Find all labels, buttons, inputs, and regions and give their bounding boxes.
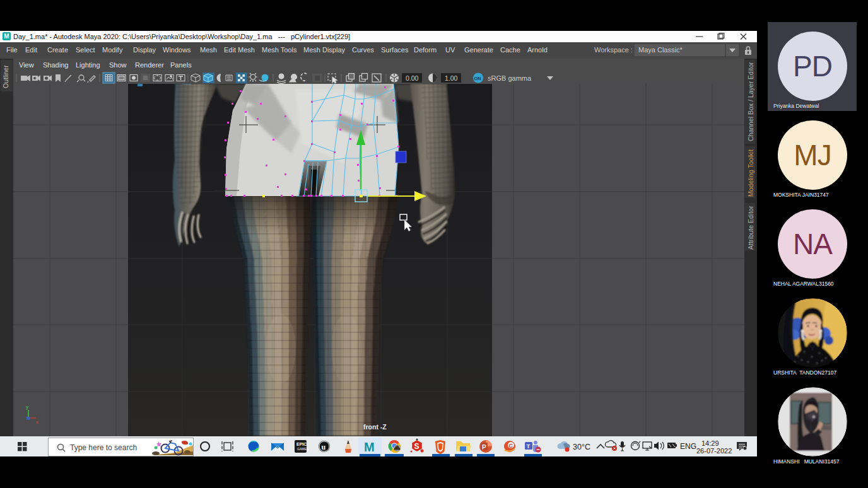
svg-text:u: u bbox=[322, 443, 326, 451]
svg-text:T: T bbox=[527, 443, 531, 450]
svg-text:ON: ON bbox=[474, 76, 481, 81]
svg-text:ENG: ENG bbox=[680, 442, 696, 451]
svg-text:30°C: 30°C bbox=[573, 443, 590, 451]
svg-text:26-07-2022: 26-07-2022 bbox=[696, 447, 732, 455]
svg-text:P: P bbox=[482, 444, 486, 451]
svg-text:1.00: 1.00 bbox=[445, 74, 458, 82]
svg-text:14:29: 14:29 bbox=[701, 439, 719, 447]
svg-text:front -Z: front -Z bbox=[363, 423, 387, 431]
svg-text:S: S bbox=[414, 442, 419, 451]
svg-text:M: M bbox=[364, 440, 375, 454]
svg-text:EPIC: EPIC bbox=[296, 442, 307, 446]
svg-text:y: y bbox=[26, 404, 28, 410]
svg-text:GAMES: GAMES bbox=[297, 447, 309, 451]
svg-text:sRGB gamma: sRGB gamma bbox=[488, 74, 532, 82]
svg-text:0.00: 0.00 bbox=[406, 74, 419, 82]
svg-text:x: x bbox=[36, 419, 38, 425]
svg-text:C: C bbox=[509, 443, 513, 449]
